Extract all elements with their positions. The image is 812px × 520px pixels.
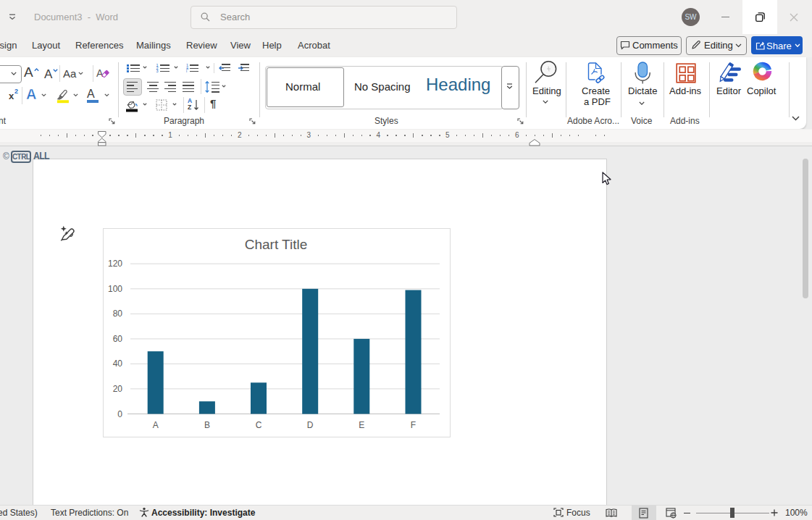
svg-text:20: 20: [113, 384, 123, 394]
svg-text:F: F: [411, 420, 416, 430]
svg-text:A: A: [153, 420, 159, 430]
svg-text:40: 40: [113, 358, 123, 369]
svg-text:80: 80: [113, 309, 123, 319]
svg-text:C: C: [256, 420, 262, 430]
svg-text:Chart Title: Chart Title: [245, 237, 308, 252]
svg-text:B: B: [204, 420, 210, 430]
svg-text:0: 0: [117, 409, 122, 419]
svg-text:E: E: [359, 420, 364, 430]
svg-text:D: D: [307, 420, 314, 430]
svg-text:100: 100: [108, 284, 122, 294]
svg-text:120: 120: [108, 259, 122, 269]
svg-text:60: 60: [113, 334, 123, 344]
